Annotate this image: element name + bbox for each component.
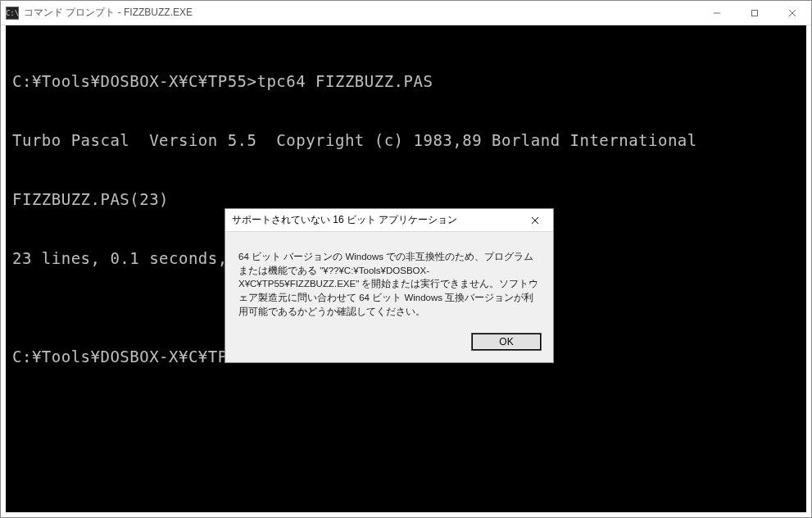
svg-rect-1: [752, 10, 758, 16]
close-icon: [531, 216, 539, 225]
console-line: FIZZBUZZ.PAS(23): [12, 189, 800, 209]
error-dialog: サポートされていない 16 ビット アプリケーション 64 ビット バージョンの…: [225, 208, 554, 363]
maximize-icon: [751, 9, 759, 17]
ok-button[interactable]: OK: [471, 333, 542, 351]
minimize-icon: [713, 9, 721, 17]
dialog-button-row: OK: [225, 326, 553, 362]
dialog-title-text: サポートされていない 16 ビット アプリケーション: [232, 213, 457, 227]
close-icon: [788, 9, 796, 17]
window-titlebar[interactable]: C:\ コマンド プロンプト - FIZZBUZZ.EXE: [1, 1, 811, 25]
dialog-close-button[interactable]: [524, 212, 547, 229]
console-line: Turbo Pascal Version 5.5 Copyright (c) 1…: [12, 130, 800, 150]
close-button[interactable]: [773, 1, 811, 25]
app-icon: C:\: [6, 7, 19, 20]
window-title: コマンド プロンプト - FIZZBUZZ.EXE: [24, 6, 193, 20]
console-line: C:¥Tools¥DOSBOX-X¥C¥TP55>tpc64 FIZZBUZZ.…: [12, 71, 800, 91]
maximize-button[interactable]: [736, 1, 773, 25]
dialog-titlebar[interactable]: サポートされていない 16 ビット アプリケーション: [225, 209, 553, 232]
dialog-message: 64 ビット バージョンの Windows での非互換性のため、プログラムまたは…: [225, 232, 553, 326]
minimize-button[interactable]: [698, 1, 736, 25]
